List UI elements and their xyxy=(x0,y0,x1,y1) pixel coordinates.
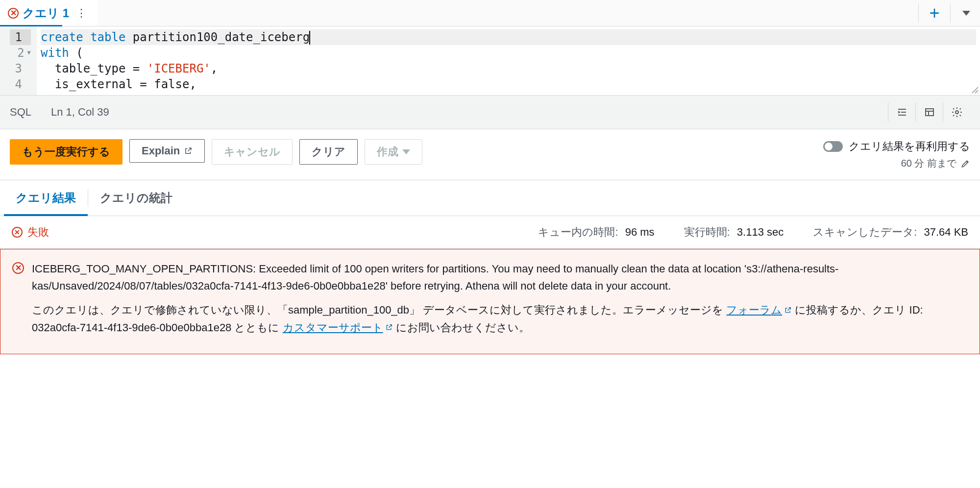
error-message-primary: ICEBERG_TOO_MANY_OPEN_PARTITIONS: Exceed… xyxy=(32,260,968,294)
support-link[interactable]: カスタマーサポート xyxy=(283,319,393,336)
cancel-button: キャンセル xyxy=(212,139,293,165)
reuse-results-label: クエリ結果を再利用する xyxy=(849,139,970,154)
button-label: もう一度実行する xyxy=(22,145,110,159)
results-panel-button[interactable] xyxy=(915,102,943,122)
tab-overflow-button[interactable] xyxy=(953,0,980,26)
settings-button[interactable] xyxy=(943,102,970,122)
plus-icon: + xyxy=(929,3,939,24)
queue-time-value: 96 ms xyxy=(625,226,655,238)
queue-time-label: キュー内の時間: xyxy=(538,226,618,238)
resize-handle-icon[interactable] xyxy=(971,86,979,94)
status-label: 失敗 xyxy=(27,225,49,240)
query-tab-1[interactable]: ✕ クエリ 1 ⋮ xyxy=(0,0,98,26)
sql-editor[interactable]: 12 ▶34 create table partition100_date_ic… xyxy=(0,26,980,95)
gear-icon xyxy=(951,106,963,118)
button-label: キャンセル xyxy=(224,145,280,159)
query-status-row: ✕ 失敗 キュー内の時間: 96 ms 実行時間: 3.113 sec スキャン… xyxy=(0,216,980,249)
pencil-icon[interactable] xyxy=(960,159,970,169)
action-toolbar: もう一度実行する Explain キャンセル クリア 作成 クエリ結果を再利用す… xyxy=(0,129,980,180)
reuse-results-toggle[interactable] xyxy=(823,141,843,152)
svg-rect-0 xyxy=(926,109,933,116)
status-badge-failed: ✕ 失敗 xyxy=(12,225,49,240)
language-label: SQL xyxy=(10,106,31,119)
button-label: クリア xyxy=(312,145,345,159)
reuse-age-label: 60 分 前まで xyxy=(901,157,956,170)
scan-data-value: 37.64 KB xyxy=(924,226,968,238)
create-dropdown-button: 作成 xyxy=(365,139,422,165)
close-icon[interactable]: ✕ xyxy=(8,8,19,19)
chevron-down-icon xyxy=(962,11,970,16)
external-link-icon xyxy=(385,323,393,331)
run-again-button[interactable]: もう一度実行する xyxy=(10,139,122,165)
tab-title: クエリ 1 xyxy=(23,5,69,21)
divider xyxy=(918,3,919,23)
button-label: Explain xyxy=(142,145,180,157)
panel-icon xyxy=(924,106,935,118)
tab-query-results[interactable]: クエリ結果 xyxy=(4,180,88,216)
tab-label: クエリ結果 xyxy=(16,191,76,204)
chevron-down-icon xyxy=(402,149,410,154)
error-icon: ✕ xyxy=(12,227,23,238)
clear-button[interactable]: クリア xyxy=(299,139,358,165)
divider xyxy=(950,3,951,23)
editor-content[interactable]: create table partition100_date_icebergwi… xyxy=(37,26,980,95)
external-link-icon xyxy=(784,306,792,314)
tab-label: クエリの統計 xyxy=(100,191,172,204)
query-tab-bar: ✕ クエリ 1 ⋮ + xyxy=(0,0,980,26)
cursor-position: Ln 1, Col 39 xyxy=(51,106,109,119)
editor-status-bar: SQL Ln 1, Col 39 xyxy=(0,95,980,129)
result-tabs: クエリ結果 クエリの統計 xyxy=(0,180,980,216)
exec-time-value: 3.113 sec xyxy=(737,226,784,238)
tab-query-stats[interactable]: クエリの統計 xyxy=(88,180,184,216)
explain-button[interactable]: Explain xyxy=(129,139,205,163)
indent-icon xyxy=(896,106,908,118)
exec-time-label: 実行時間: xyxy=(684,226,730,238)
error-icon: ✕ xyxy=(12,262,24,274)
svg-point-1 xyxy=(956,111,958,114)
kebab-menu-icon[interactable]: ⋮ xyxy=(73,7,90,20)
editor-gutter: 12 ▶34 xyxy=(0,26,37,95)
error-message-secondary: このクエリは、クエリで修飾されていない限り、「sample_partition_… xyxy=(32,301,968,336)
error-panel: ✕ ICEBERG_TOO_MANY_OPEN_PARTITIONS: Exce… xyxy=(0,249,980,354)
scan-data-label: スキャンしたデータ: xyxy=(813,226,917,238)
external-link-icon xyxy=(184,146,193,155)
format-button[interactable] xyxy=(888,102,915,122)
new-tab-button[interactable]: + xyxy=(921,0,948,26)
button-label: 作成 xyxy=(377,145,398,159)
forum-link[interactable]: フォーラム xyxy=(726,301,792,318)
